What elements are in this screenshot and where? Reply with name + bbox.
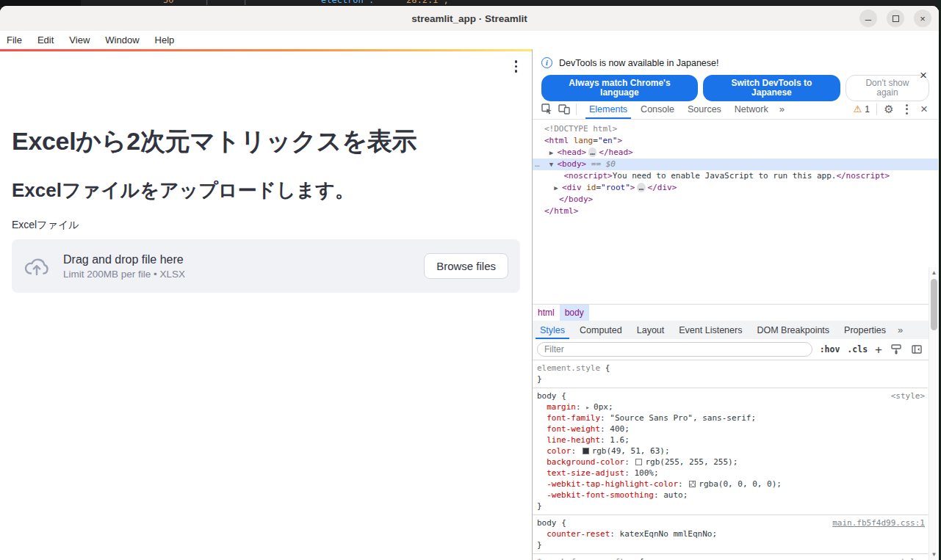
menu-view[interactable]: View (69, 34, 90, 46)
css-property[interactable]: text-size-adjust: 100%; (536, 468, 925, 479)
menu-help[interactable]: Help (155, 34, 175, 46)
dom-node-doctype[interactable]: <!DOCTYPE html> (533, 123, 938, 135)
terminal-fragment: │ (242, 0, 248, 5)
tab-network[interactable]: Network (728, 99, 775, 119)
tab-styles[interactable]: Styles (533, 321, 572, 339)
elements-dom-tree: <!DOCTYPE html><html lang="en"> ▶ <head>… (533, 120, 938, 304)
warning-count: 1 (865, 104, 870, 114)
css-selector-element-style[interactable]: element.style { (536, 363, 925, 374)
devtools-toolbar: Elements Console Sources Network » ⚠ 1 ⚙… (533, 99, 938, 120)
streamlit-menu-button[interactable] (515, 60, 518, 73)
toolbar-separator (576, 103, 577, 115)
tab-console[interactable]: Console (634, 99, 681, 119)
dom-node-noscript[interactable]: <noscript>You need to enable JavaScript … (533, 170, 938, 182)
css-rule-universal: <style>*, ::before, ::after { box-sizing… (533, 553, 928, 560)
window-titlebar[interactable]: streamlit_app · Streamlit – × (0, 6, 939, 31)
minimize-button[interactable]: – (859, 10, 877, 27)
dom-node-body-close[interactable]: </body> (533, 194, 938, 206)
tab-layout[interactable]: Layout (630, 321, 672, 339)
warning-icon: ⚠ (854, 103, 862, 114)
file-uploader-dropzone[interactable]: Drag and drop file here Limit 200MB per … (12, 239, 520, 293)
menu-edit[interactable]: Edit (37, 34, 54, 46)
dom-breadcrumb: html body (533, 304, 938, 321)
maximize-icon (893, 15, 899, 22)
page-title: Excelから2次元マトリックスを表示 (12, 125, 417, 159)
styles-sidebar-tabs: Styles Computed Layout Event Listeners D… (533, 321, 938, 339)
css-rule-body-style: <style>body { margin: ▸ 0px; font-family… (533, 388, 928, 514)
tab-event-listeners[interactable]: Event Listeners (671, 321, 749, 339)
more-sidebar-tabs-icon[interactable]: » (893, 324, 907, 335)
dom-node-head[interactable]: ▶ <head>…</head> (533, 147, 938, 159)
css-brace[interactable]: } (536, 501, 925, 512)
streamlit-app-pane: Excelから2次元マトリックスを表示 Excelファイルをアップロードします。… (0, 49, 532, 560)
page-subtitle: Excelファイルをアップロードします。 (12, 178, 354, 203)
toolbar-separator (876, 103, 877, 115)
dont-show-again-button[interactable]: Don't show again (846, 75, 929, 101)
devtools-tabs: Elements Console Sources Network » (583, 99, 789, 119)
css-rule-element-style: element.style {} (533, 360, 928, 388)
styles-scrollbar[interactable]: ▲ ▼ (929, 267, 938, 560)
uploader-label: Excelファイル (12, 219, 79, 232)
more-tabs-icon[interactable]: » (775, 103, 789, 114)
scrollbar-thumb[interactable] (931, 279, 937, 330)
dom-node-root-div[interactable]: ▶ <div id="root">…</div> (533, 182, 938, 194)
close-button[interactable]: × (914, 10, 931, 27)
css-property[interactable]: counter-reset: katexEqnNo mmlEqnNo; (536, 528, 925, 539)
terminal-fragment: electron : (321, 0, 374, 5)
css-rule-body-main-css: main.fb5f4d99.css:1body { counter-reset:… (533, 514, 928, 553)
css-selector-body[interactable]: <style>body { (536, 390, 925, 401)
css-brace[interactable]: } (536, 374, 925, 385)
element-classes-button[interactable]: .cls (847, 344, 868, 354)
css-brace[interactable]: } (536, 539, 925, 550)
styles-pane: element.style {} <style>body { margin: ▸… (533, 360, 938, 560)
css-selector-universal[interactable]: <style>*, ::before, ::after { (536, 556, 925, 560)
terminal-fragment: │ (204, 0, 209, 5)
dom-node-html-close[interactable]: </html> (533, 206, 938, 217)
maximize-button[interactable] (887, 10, 904, 27)
dom-node-html[interactable]: <html lang="en"> (533, 135, 938, 147)
tab-sources[interactable]: Sources (681, 99, 728, 119)
css-property[interactable]: -webkit-tap-highlight-color: rgba(0, 0, … (536, 479, 925, 490)
switch-devtools-japanese-button[interactable]: Switch DevTools to Japanese (703, 75, 840, 101)
styles-filter-bar: :hov .cls + (533, 339, 938, 360)
toggle-element-state-button[interactable]: :hov (820, 344, 840, 354)
scrollbar-up-icon[interactable]: ▲ (929, 268, 939, 277)
tab-elements[interactable]: Elements (583, 99, 634, 119)
css-property[interactable]: line-height: 1.6; (536, 434, 925, 446)
css-property[interactable]: font-family: "Source Sans Pro", sans-ser… (536, 412, 925, 423)
css-selector-body-2[interactable]: main.fb5f4d99.css:1body { (536, 517, 925, 528)
scrollbar-down-icon[interactable]: ▼ (929, 550, 939, 559)
terminal-fragment: 28.2.1 , (406, 0, 449, 5)
new-style-rule-icon[interactable]: + (875, 343, 882, 356)
styles-filter-input[interactable] (537, 342, 812, 357)
issues-warning-badge[interactable]: ⚠ 1 (850, 103, 873, 114)
tab-properties[interactable]: Properties (837, 321, 893, 339)
browse-files-button[interactable]: Browse files (424, 253, 508, 279)
devtools-language-banner: i DevTools is now available in Japanese!… (533, 49, 938, 99)
info-icon: i (541, 57, 552, 68)
breadcrumb-body[interactable]: body (560, 305, 589, 321)
sidebar-toggle-icon[interactable] (910, 343, 923, 356)
inspect-element-icon[interactable] (538, 101, 555, 118)
devtools-panel: i DevTools is now available in Japanese!… (532, 49, 938, 560)
css-property[interactable]: font-weight: 400; (536, 423, 925, 434)
settings-gear-icon[interactable]: ⚙ (880, 101, 898, 118)
css-property[interactable]: margin: ▸ 0px; (536, 401, 925, 412)
tab-dom-breakpoints[interactable]: DOM Breakpoints (749, 321, 837, 339)
rendering-emulation-icon[interactable] (890, 343, 903, 356)
css-property[interactable]: -webkit-font-smoothing: auto; (536, 490, 925, 501)
device-toolbar-icon[interactable] (555, 101, 573, 118)
match-chrome-language-button[interactable]: Always match Chrome's language (541, 75, 698, 101)
breadcrumb-html[interactable]: html (533, 305, 560, 321)
drop-instruction: Drag and drop file here (63, 253, 424, 266)
app-window: streamlit_app · Streamlit – × File Edit … (0, 6, 939, 560)
banner-close-icon[interactable]: × (920, 68, 927, 83)
menu-file[interactable]: File (7, 34, 22, 46)
devtools-close-icon[interactable]: × (915, 101, 933, 118)
dom-node-body[interactable]: … ▼ <body> == $0 (533, 159, 938, 170)
devtools-menu-icon[interactable] (898, 101, 915, 118)
tab-computed[interactable]: Computed (572, 321, 630, 339)
css-property[interactable]: background-color: rgb(255, 255, 255); (536, 457, 925, 468)
menu-window[interactable]: Window (105, 34, 139, 46)
css-property[interactable]: color: rgb(49, 51, 63); (536, 446, 925, 457)
